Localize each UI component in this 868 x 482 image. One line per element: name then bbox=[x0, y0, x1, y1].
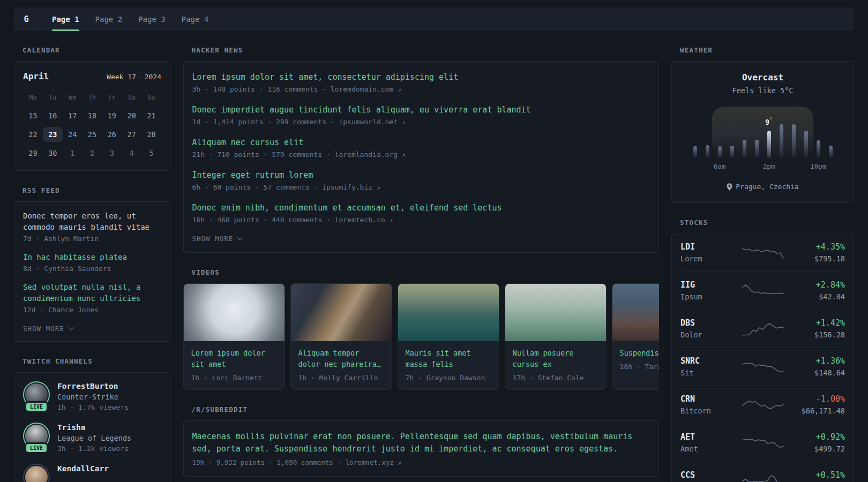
subreddit-card: Maecenas mollis pulvinar erat non posuer… bbox=[183, 420, 659, 477]
calendar-header: April Week 17·2024 bbox=[23, 71, 161, 81]
weekday-label: Th bbox=[83, 92, 102, 103]
hn-item-domain-link[interactable]: ipsumworld.net bbox=[339, 118, 398, 126]
twitch-card: LIVE ForrestBurton Counter-Strike 1h · 1… bbox=[14, 372, 170, 482]
hn-item-domain-link[interactable]: loremtech.co bbox=[335, 216, 385, 224]
calendar-day: 24 bbox=[63, 127, 83, 142]
channel-avatar bbox=[25, 466, 48, 482]
video-card-body: Lorem ipsum dolor sit amet consectetu… 1… bbox=[184, 341, 285, 389]
rss-item-title[interactable]: Sed volutpat nulla nisl, a condimentum n… bbox=[23, 282, 161, 304]
hn-item-domain-link[interactable]: loremlandia.org bbox=[335, 150, 398, 159]
video-title[interactable]: Lorem ipsum dolor sit amet consectetu… bbox=[191, 348, 277, 370]
hn-show-more-button[interactable]: SHOW MORE bbox=[192, 235, 650, 243]
hn-meta-text: 21h · 710 points · 579 comments · bbox=[192, 150, 335, 159]
hn-item-title[interactable]: Donec enim nibh, condimentum et accumsan… bbox=[192, 202, 650, 214]
stock-price: $42.04 bbox=[789, 292, 845, 301]
video-card[interactable]: Mauris sit amet massa felis 7h · Grayson… bbox=[398, 283, 499, 390]
stock-sparkline bbox=[736, 320, 789, 337]
hn-item-title[interactable]: Lorem ipsum dolor sit amet, consectetur … bbox=[192, 71, 650, 83]
twitch-channel-row[interactable]: LIVE Trisha League of Legends 3h · 1.2k … bbox=[23, 423, 161, 453]
stock-name: Sit bbox=[680, 368, 736, 377]
video-thumbnail bbox=[291, 284, 392, 341]
calendar-grid: Mo Tu We Th Fr Sa Su 15 16 17 18 19 20 2… bbox=[23, 92, 161, 161]
stock-row: AET Amet +0.92% $499.72 bbox=[680, 424, 845, 462]
weekday-label: We bbox=[63, 92, 83, 103]
location-pin-icon bbox=[727, 183, 732, 191]
hn-item: Donec enim nibh, condimentum et accumsan… bbox=[192, 202, 650, 224]
stock-values: +1.36% $148.64 bbox=[789, 356, 845, 377]
tab-page-3[interactable]: Page 3 bbox=[138, 7, 166, 31]
twitch-channel-row[interactable]: LIVE ForrestBurton Counter-Strike 1h · 1… bbox=[23, 381, 161, 411]
hour-axis: 6am 2pm 10pm bbox=[693, 162, 833, 171]
subreddit-widget: /R/SUBREDDIT Maecenas mollis pulvinar er… bbox=[183, 405, 659, 477]
stock-price: $156.28 bbox=[789, 330, 845, 339]
rss-show-more-button[interactable]: SHOW MORE bbox=[23, 325, 161, 333]
video-card[interactable]: Nullam posuere cursus ex 17h · Stefan Co… bbox=[505, 283, 607, 390]
temperature-value: 9 bbox=[765, 117, 769, 126]
stock-identity: SNRC Sit bbox=[680, 356, 736, 377]
video-carousel: Lorem ipsum dolor sit amet consectetu… 1… bbox=[183, 283, 659, 390]
video-meta: 18h · Tara bbox=[620, 363, 659, 371]
video-title[interactable]: Aliquam tempor dolor nec pharetra… bbox=[298, 348, 384, 370]
channel-info: Trisha League of Legends 3h · 1.2k viewe… bbox=[57, 423, 131, 453]
rss-item-title[interactable]: Donec tempor eros leo, ut commodo mauris… bbox=[23, 210, 161, 233]
hn-item: Integer eget rutrum lorem 6h · 60 points… bbox=[192, 169, 650, 191]
daylight-band bbox=[712, 107, 813, 158]
calendar-day: 22 bbox=[23, 127, 43, 142]
channel-name: Trisha bbox=[57, 423, 131, 432]
stock-row: DBS Dolor +1.42% $156.28 bbox=[680, 310, 845, 348]
stock-values: -1.00% $66,171.48 bbox=[789, 394, 845, 415]
hn-item-title[interactable]: Integer eget rutrum lorem bbox=[192, 169, 650, 181]
hn-item-title[interactable]: Donec imperdiet augue tincidunt felis al… bbox=[192, 104, 650, 116]
reddit-post-title[interactable]: Maecenas mollis pulvinar erat non posuer… bbox=[192, 431, 650, 455]
channel-avatar-ring: LIVE bbox=[23, 423, 50, 449]
reddit-post-meta: 19h · 9,932 points · 1,090 comments · lo… bbox=[192, 458, 650, 466]
tab-page-1[interactable]: Page 1 bbox=[52, 7, 79, 31]
reddit-post-domain-link[interactable]: loremnet.xyz bbox=[345, 458, 393, 466]
stock-identity: CCS Consectetur bbox=[680, 470, 736, 482]
stocks-widget: STOCKS LDI Lorem +4.35% $795.18 bbox=[671, 219, 854, 482]
channel-viewers: 3h · 1.2k viewers bbox=[57, 445, 131, 453]
weather-widget: WEATHER Overcast Feels like 5°C 9° bbox=[671, 46, 854, 203]
chevron-down-icon bbox=[237, 235, 243, 240]
channel-name: KendallCarr bbox=[57, 464, 109, 473]
app-logo[interactable]: G bbox=[14, 7, 39, 31]
hacker-news-widget-title: HACKER NEWS bbox=[192, 46, 659, 54]
stock-identity: DBS Dolor bbox=[680, 318, 736, 339]
weekday-label: Mo bbox=[23, 92, 43, 103]
video-card[interactable]: Suspendisse diam 18h · Tara bbox=[612, 283, 659, 390]
video-card[interactable]: Aliquam tempor dolor nec pharetra… 1h · … bbox=[290, 283, 392, 390]
video-meta: 17h · Stefan Cole bbox=[513, 374, 598, 382]
hour-bar bbox=[817, 140, 820, 158]
stock-values: +1.42% $156.28 bbox=[789, 318, 845, 339]
dot-separator: · bbox=[136, 73, 145, 81]
calendar-day-selected: 23 bbox=[43, 127, 63, 142]
video-meta: 7h · Grayson Dawson bbox=[406, 374, 491, 382]
hour-tick-label: 6am bbox=[714, 162, 726, 170]
stock-identity: CRN Bitcorn bbox=[680, 394, 736, 415]
tab-page-2[interactable]: Page 2 bbox=[95, 7, 123, 31]
video-thumbnail bbox=[505, 284, 606, 341]
weather-location-text: Prague, Czechia bbox=[736, 183, 798, 191]
video-card-body: Aliquam tempor dolor nec pharetra… 1h · … bbox=[291, 341, 392, 389]
stocks-card: LDI Lorem +4.35% $795.18 IIG Ipsum bbox=[671, 234, 854, 482]
stock-symbol: CCS bbox=[680, 470, 736, 480]
rss-item-title[interactable]: In hac habitasse platea bbox=[23, 252, 161, 263]
video-title[interactable]: Suspendisse diam bbox=[620, 348, 659, 359]
external-link-icon: ↗ bbox=[402, 118, 406, 126]
stock-identity: AET Amet bbox=[680, 432, 736, 453]
video-title[interactable]: Nullam posuere cursus ex bbox=[513, 348, 598, 370]
hn-item-domain-link[interactable]: loremdomain.com bbox=[331, 85, 393, 93]
hn-item: Aliquam nec cursus elit 21h · 710 points… bbox=[192, 137, 650, 159]
stock-name: Lorem bbox=[680, 254, 736, 263]
twitch-channel-row[interactable]: KendallCarr bbox=[23, 464, 161, 482]
twitch-widget: TWITCH CHANNELS LIVE ForrestBurton Count… bbox=[14, 357, 170, 482]
hn-item-domain-link[interactable]: ipsumify.biz bbox=[322, 183, 372, 191]
tab-page-4[interactable]: Page 4 bbox=[182, 7, 209, 31]
hn-item-title[interactable]: Aliquam nec cursus elit bbox=[192, 137, 650, 148]
video-card-body: Nullam posuere cursus ex 17h · Stefan Co… bbox=[505, 341, 606, 389]
video-title[interactable]: Mauris sit amet massa felis bbox=[406, 348, 491, 370]
stock-row: SNRC Sit +1.36% $148.64 bbox=[680, 348, 845, 386]
hour-bar bbox=[743, 140, 746, 158]
video-card[interactable]: Lorem ipsum dolor sit amet consectetu… 1… bbox=[183, 283, 285, 390]
calendar-day: 18 bbox=[83, 108, 102, 123]
